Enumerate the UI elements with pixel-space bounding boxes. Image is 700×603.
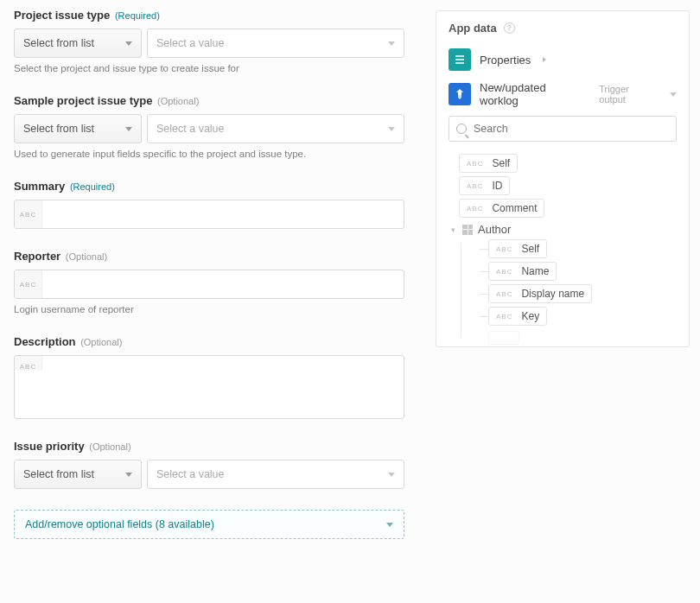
field-summary: Summary (Required) ABC <box>14 180 404 229</box>
trigger-row[interactable]: New/updated worklog Trigger output <box>436 76 689 112</box>
help-icon[interactable]: ? <box>504 22 515 34</box>
sample-project-issue-type-value-select[interactable]: Select a value <box>147 114 404 143</box>
type-tag-abc: ABC <box>15 200 42 228</box>
trigger-suffix: Trigger output <box>599 84 658 105</box>
summary-input-wrapper[interactable]: ABC <box>14 200 404 229</box>
object-icon <box>462 225 473 235</box>
field-issue-priority: Issue priority (Optional) Select from li… <box>14 440 404 489</box>
reporter-input[interactable] <box>49 276 397 290</box>
chevron-down-icon <box>125 41 132 46</box>
issue-priority-value-select[interactable]: Select a value <box>147 460 404 489</box>
search-input-box[interactable] <box>449 116 677 142</box>
datapill-author-key[interactable]: ABCKey <box>488 307 677 326</box>
value-placeholder: Select a value <box>156 468 225 480</box>
form-left-column: Project issue type (Required) Select fro… <box>14 9 404 539</box>
properties-label: Properties <box>480 54 531 67</box>
chevron-down-icon <box>125 473 132 477</box>
search-icon <box>456 124 467 134</box>
label-description: Description (Optional) <box>14 335 404 348</box>
datapill-self[interactable]: ABCSelf <box>459 154 677 173</box>
search-input[interactable] <box>472 122 669 136</box>
label-project-issue-type: Project issue type (Required) <box>14 9 404 22</box>
select-from-list-button[interactable]: Select from list <box>14 460 142 489</box>
app-data-title: App data <box>449 22 497 35</box>
value-placeholder: Select a value <box>156 37 225 49</box>
datapill-author-name[interactable]: ABCName <box>488 262 677 281</box>
label-sample-project-issue-type: Sample project issue type (Optional) <box>14 94 404 107</box>
help-sample-project-issue-type: Used to generate input fields specific t… <box>14 149 404 159</box>
chevron-down-icon <box>125 127 132 131</box>
chevron-down-icon <box>386 523 393 527</box>
trigger-label: New/updated worklog <box>480 81 587 107</box>
help-project-issue-type: Select the project and issue type to cre… <box>14 63 404 73</box>
collapse-toggle-icon[interactable]: ▾ <box>449 225 457 234</box>
select-from-list-button[interactable]: Select from list <box>14 114 142 143</box>
chevron-down-icon <box>670 92 677 97</box>
datapill-author-self[interactable]: ABCSelf <box>488 239 677 258</box>
summary-input[interactable] <box>49 206 397 220</box>
project-issue-type-value-select[interactable]: Select a value <box>147 29 404 58</box>
select-from-list-button[interactable]: Select from list <box>14 29 142 58</box>
description-input-wrapper[interactable]: ABC <box>14 355 404 419</box>
label-reporter: Reporter (Optional) <box>14 250 404 263</box>
field-project-issue-type: Project issue type (Required) Select fro… <box>14 9 404 73</box>
chevron-right-icon <box>543 57 546 62</box>
app-data-header: App data ? <box>436 22 689 43</box>
datapill-id[interactable]: ABCID <box>459 176 677 195</box>
datapill-comment[interactable]: ABCComment <box>459 199 677 218</box>
chevron-down-icon <box>388 473 395 477</box>
properties-row[interactable]: Properties <box>436 43 689 76</box>
label-summary: Summary (Required) <box>14 180 404 193</box>
properties-icon <box>449 48 471 71</box>
author-subtree: ABCSelf ABCName ABCDisplay name ABCKey <box>464 239 677 346</box>
field-description: Description (Optional) ABC <box>14 335 404 419</box>
tree-node-author[interactable]: ▾ Author <box>449 223 677 236</box>
add-remove-label: Add/remove optional fields (8 available) <box>25 518 214 530</box>
chevron-down-icon <box>388 127 395 131</box>
label-issue-priority: Issue priority (Optional) <box>14 440 404 453</box>
datapill-truncated <box>488 329 677 346</box>
select-from-list-label: Select from list <box>23 37 94 49</box>
select-from-list-label: Select from list <box>23 468 94 480</box>
chevron-down-icon <box>388 41 395 46</box>
type-tag-abc: ABC <box>15 270 42 298</box>
type-tag-abc: ABC <box>15 356 42 371</box>
search-wrapper <box>436 112 689 150</box>
field-reporter: Reporter (Optional) ABC Login username o… <box>14 250 404 314</box>
add-remove-optional-fields-button[interactable]: Add/remove optional fields (8 available) <box>14 510 404 539</box>
tree-line <box>461 243 461 338</box>
data-tree: ABCSelf ABCID ABCComment ▾ Author ABCSel… <box>436 154 689 347</box>
help-reporter: Login username of reporter <box>14 304 404 314</box>
reporter-input-wrapper[interactable]: ABC <box>14 270 404 299</box>
datapill-author-display-name[interactable]: ABCDisplay name <box>488 284 677 303</box>
description-textarea[interactable] <box>49 361 397 403</box>
app-data-panel: App data ? Properties New/updated worklo… <box>436 10 690 347</box>
select-from-list-label: Select from list <box>23 123 94 135</box>
jira-icon <box>449 83 471 105</box>
author-label: Author <box>478 223 511 236</box>
value-placeholder: Select a value <box>156 123 225 135</box>
field-sample-project-issue-type: Sample project issue type (Optional) Sel… <box>14 94 404 159</box>
